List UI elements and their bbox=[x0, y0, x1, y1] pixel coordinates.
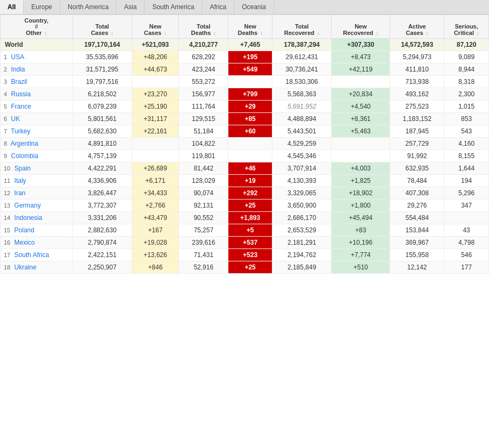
row-new-deaths: +60 bbox=[228, 125, 272, 138]
row-new-deaths bbox=[228, 150, 272, 162]
row-total-recovered: 2,181,291 bbox=[272, 237, 332, 249]
tab-europe[interactable]: Europe bbox=[24, 0, 60, 14]
row-total-recovered: 2,185,849 bbox=[272, 261, 332, 274]
world-new-recovered: +307,330 bbox=[332, 39, 390, 51]
row-active-cases: 187,945 bbox=[390, 125, 444, 138]
tab-south-america[interactable]: South America bbox=[145, 0, 202, 14]
row-rank-country: 9 Colombia bbox=[1, 150, 73, 162]
table-row: 13 Germany 3,772,307 +2,766 92,131 +25 3… bbox=[1, 200, 489, 212]
row-rank-country: 11 Italy bbox=[1, 175, 73, 187]
col-header-new-cases[interactable]: NewCases ↕ bbox=[132, 15, 179, 39]
row-serious-critical: 4,160 bbox=[444, 138, 489, 150]
row-new-cases: +48,206 bbox=[132, 51, 179, 63]
country-link[interactable]: Brazil bbox=[11, 78, 27, 86]
row-new-recovered bbox=[332, 76, 390, 88]
row-rank-country: 17 South Africa bbox=[1, 249, 73, 261]
row-rank: 11 bbox=[4, 177, 10, 184]
row-new-deaths: +549 bbox=[228, 63, 272, 76]
row-total-cases: 2,422,151 bbox=[73, 249, 132, 261]
table-row: 9 Colombia 4,757,139 119,801 4,545,346 9… bbox=[1, 150, 489, 162]
row-new-cases bbox=[132, 138, 179, 150]
country-link[interactable]: Iran bbox=[15, 189, 26, 197]
row-rank-country: 14 Indonesia bbox=[1, 212, 73, 224]
country-link[interactable]: Turkey bbox=[11, 127, 30, 135]
row-serious-critical: 8,155 bbox=[444, 150, 489, 162]
row-total-recovered: 18,530,306 bbox=[272, 76, 332, 88]
row-new-cases: +846 bbox=[132, 261, 179, 274]
country-link[interactable]: Colombia bbox=[11, 152, 38, 160]
row-new-recovered: +45,494 bbox=[332, 212, 390, 224]
world-total-recovered: 178,387,294 bbox=[272, 39, 332, 51]
row-total-deaths: 111,764 bbox=[179, 101, 228, 113]
row-new-cases: +6,171 bbox=[132, 175, 179, 187]
country-link[interactable]: UK bbox=[11, 115, 20, 123]
row-serious-critical: 43 bbox=[444, 224, 489, 237]
country-link[interactable]: Italy bbox=[15, 177, 26, 184]
country-link[interactable]: France bbox=[11, 103, 31, 110]
country-link[interactable]: Mexico bbox=[15, 239, 35, 246]
country-link[interactable]: Spain bbox=[15, 165, 31, 172]
row-total-deaths: 423,244 bbox=[179, 63, 228, 76]
row-active-cases: 1,183,152 bbox=[390, 113, 444, 125]
col-header-serious-critical[interactable]: Serious,Critical ↕ bbox=[444, 15, 489, 39]
table-row: 10 Spain 4,422,291 +26,689 81,442 +46 3,… bbox=[1, 162, 489, 175]
table-header: Country,# Other ↕ TotalCases ↕ NewCases … bbox=[1, 15, 489, 39]
row-active-cases: 411,810 bbox=[390, 63, 444, 76]
row-total-deaths: 119,801 bbox=[179, 150, 228, 162]
table-row: 15 Poland 2,882,630 +167 75,257 +5 2,653… bbox=[1, 224, 489, 237]
country-link[interactable]: South Africa bbox=[15, 251, 49, 259]
row-total-recovered: 4,545,346 bbox=[272, 150, 332, 162]
row-rank-country: 5 France bbox=[1, 101, 73, 113]
col-header-total-deaths[interactable]: TotalDeaths ↕ bbox=[179, 15, 228, 39]
col-header-new-recovered[interactable]: NewRecovered ↕ bbox=[332, 15, 390, 39]
row-rank: 1 bbox=[4, 54, 7, 60]
row-new-deaths: +29 bbox=[228, 101, 272, 113]
row-total-deaths: 156,977 bbox=[179, 88, 228, 101]
table-row: 1 USA 35,535,696 +48,206 628,292 +195 29… bbox=[1, 51, 489, 63]
row-active-cases: 5,294,973 bbox=[390, 51, 444, 63]
col-header-total-recovered[interactable]: TotalRecovered ↕ bbox=[272, 15, 332, 39]
row-active-cases: 155,958 bbox=[390, 249, 444, 261]
row-new-recovered bbox=[332, 150, 390, 162]
row-total-cases: 4,422,291 bbox=[73, 162, 132, 175]
tab-north-america[interactable]: North America bbox=[60, 0, 117, 14]
col-header-new-deaths[interactable]: NewDeaths ↕ bbox=[228, 15, 272, 39]
country-link[interactable]: India bbox=[11, 66, 25, 73]
row-total-recovered: 3,329,065 bbox=[272, 187, 332, 200]
tab-africa[interactable]: Africa bbox=[202, 0, 234, 14]
row-serious-critical: 853 bbox=[444, 113, 489, 125]
row-new-deaths: +195 bbox=[228, 51, 272, 63]
country-link[interactable]: USA bbox=[11, 53, 24, 61]
country-link[interactable]: Argentina bbox=[11, 140, 38, 147]
row-rank-country: 7 Turkey bbox=[1, 125, 73, 138]
tab-all[interactable]: All bbox=[0, 0, 24, 14]
row-new-recovered: +8,361 bbox=[332, 113, 390, 125]
col-header-active-cases[interactable]: ActiveCases ↕ bbox=[390, 15, 444, 39]
country-link[interactable]: Germany bbox=[15, 202, 41, 209]
row-total-recovered: 30,736,241 bbox=[272, 63, 332, 76]
row-serious-critical: 543 bbox=[444, 125, 489, 138]
row-rank: 13 bbox=[4, 202, 10, 209]
row-active-cases: 91,992 bbox=[390, 150, 444, 162]
country-link[interactable]: Poland bbox=[15, 226, 34, 234]
row-new-deaths: +523 bbox=[228, 249, 272, 261]
country-link[interactable]: Russia bbox=[11, 90, 31, 98]
row-total-recovered: 2,194,762 bbox=[272, 249, 332, 261]
row-serious-critical: 347 bbox=[444, 200, 489, 212]
tab-asia[interactable]: Asia bbox=[117, 0, 145, 14]
tab-oceania[interactable]: Oceania bbox=[234, 0, 274, 14]
region-tabs: AllEuropeNorth AmericaAsiaSouth AmericaA… bbox=[0, 0, 489, 15]
row-serious-critical: 1,644 bbox=[444, 162, 489, 175]
row-active-cases: 493,162 bbox=[390, 88, 444, 101]
row-total-cases: 4,336,906 bbox=[73, 175, 132, 187]
row-new-deaths: +799 bbox=[228, 88, 272, 101]
country-link[interactable]: Indonesia bbox=[15, 214, 42, 222]
row-active-cases: 713,938 bbox=[390, 76, 444, 88]
row-new-cases: +2,766 bbox=[132, 200, 179, 212]
col-header-total-cases[interactable]: TotalCases ↕ bbox=[73, 15, 132, 39]
row-total-cases: 31,571,295 bbox=[73, 63, 132, 76]
country-link[interactable]: Ukraine bbox=[15, 264, 37, 271]
row-total-cases: 19,797,516 bbox=[73, 76, 132, 88]
row-new-recovered: +7,774 bbox=[332, 249, 390, 261]
row-total-cases: 2,790,874 bbox=[73, 237, 132, 249]
